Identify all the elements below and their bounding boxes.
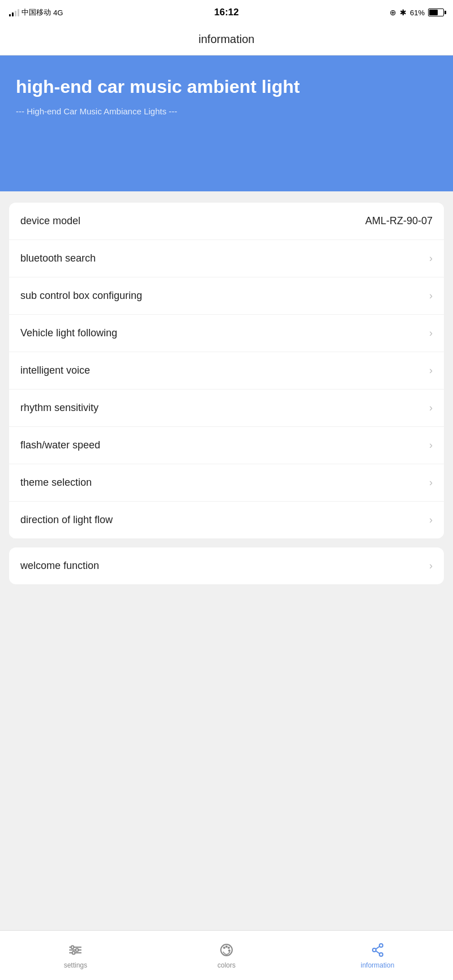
- label-welcome-function: welcome function: [20, 560, 99, 572]
- settings-card: device modelAML-RZ-90-07bluetooth search…: [9, 203, 444, 538]
- svg-point-3: [71, 945, 74, 948]
- list-item-theme-selection[interactable]: theme selection›: [9, 464, 444, 502]
- tab-colors-label: colors: [217, 961, 236, 969]
- svg-point-5: [72, 951, 75, 954]
- svg-line-15: [375, 951, 379, 953]
- svg-point-8: [225, 945, 228, 948]
- tab-colors[interactable]: colors: [151, 942, 302, 969]
- status-bar: 中国移动 4G 16:12 ⊕ ✱ 61%: [0, 0, 453, 25]
- chevron-right-icon: ›: [429, 560, 433, 572]
- bottom-spacer: [0, 596, 453, 645]
- list-item-flash-water-speed[interactable]: flash/water speed›: [9, 427, 444, 464]
- label-theme-selection: theme selection: [20, 477, 92, 489]
- hero-banner: high-end car music ambient light --- Hig…: [0, 55, 453, 191]
- hero-title: high-end car music ambient light: [16, 76, 437, 97]
- svg-point-9: [228, 947, 230, 949]
- battery-percent: 61%: [410, 8, 425, 17]
- chevron-right-icon: ›: [429, 290, 433, 302]
- chevron-right-icon: ›: [429, 402, 433, 414]
- list-item-vehicle-light[interactable]: Vehicle light following›: [9, 315, 444, 352]
- svg-point-4: [76, 948, 79, 951]
- network-label: 4G: [53, 8, 63, 17]
- location-icon: ⊕: [390, 8, 396, 17]
- label-bluetooth-search: bluetooth search: [20, 253, 96, 264]
- carrier-label: 中国移动: [22, 7, 51, 18]
- signal-bars: [9, 8, 19, 16]
- chevron-right-icon: ›: [429, 253, 433, 264]
- settings-icon: [67, 942, 83, 958]
- chevron-right-icon: ›: [429, 327, 433, 339]
- tab-bar: settings colors i: [0, 930, 453, 980]
- label-sub-control-box: sub control box configuring: [20, 290, 142, 302]
- list-item-intelligent-voice[interactable]: intelligent voice›: [9, 352, 444, 390]
- second-card: welcome function›: [9, 547, 444, 584]
- list-item-bluetooth-search[interactable]: bluetooth search›: [9, 240, 444, 277]
- chevron-right-icon: ›: [429, 365, 433, 376]
- tab-settings[interactable]: settings: [0, 942, 151, 969]
- status-time: 16:12: [214, 7, 238, 18]
- list-item-direction-light-flow[interactable]: direction of light flow›: [9, 502, 444, 538]
- list-item-rhythm-sensitivity[interactable]: rhythm sensitivity›: [9, 390, 444, 427]
- label-direction-light-flow: direction of light flow: [20, 514, 113, 526]
- bluetooth-icon: ✱: [400, 8, 407, 17]
- page-title: information: [0, 25, 453, 55]
- tab-information[interactable]: information: [302, 942, 453, 969]
- colors-icon: [219, 942, 234, 958]
- list-item-sub-control-box[interactable]: sub control box configuring›: [9, 277, 444, 315]
- label-flash-water-speed: flash/water speed: [20, 439, 100, 451]
- label-intelligent-voice: intelligent voice: [20, 365, 90, 376]
- content-area: device modelAML-RZ-90-07bluetooth search…: [0, 191, 453, 596]
- svg-point-10: [228, 949, 230, 952]
- list-item-welcome-function[interactable]: welcome function›: [9, 547, 444, 584]
- chevron-right-icon: ›: [429, 439, 433, 451]
- status-right: ⊕ ✱ 61%: [390, 8, 444, 17]
- value-device-model: AML-RZ-90-07: [365, 215, 433, 227]
- information-icon: [370, 942, 386, 958]
- chevron-right-icon: ›: [429, 514, 433, 526]
- chevron-right-icon: ›: [429, 477, 433, 489]
- list-item-device-model: device modelAML-RZ-90-07: [9, 203, 444, 240]
- label-vehicle-light: Vehicle light following: [20, 327, 117, 339]
- svg-line-14: [375, 946, 379, 949]
- status-left: 中国移动 4G: [9, 7, 63, 18]
- battery-fill: [429, 10, 438, 15]
- svg-point-7: [223, 947, 225, 949]
- label-rhythm-sensitivity: rhythm sensitivity: [20, 402, 99, 414]
- signal-bar-4: [18, 9, 19, 16]
- tab-information-label: information: [361, 961, 394, 969]
- label-device-model: device model: [20, 215, 80, 227]
- signal-bar-3: [15, 11, 16, 16]
- hero-subtitle: --- High-end Car Music Ambiance Lights -…: [16, 106, 437, 116]
- tab-settings-label: settings: [64, 961, 87, 969]
- battery-icon: [428, 8, 444, 16]
- signal-bar-2: [12, 12, 14, 16]
- signal-bar-1: [9, 14, 11, 16]
